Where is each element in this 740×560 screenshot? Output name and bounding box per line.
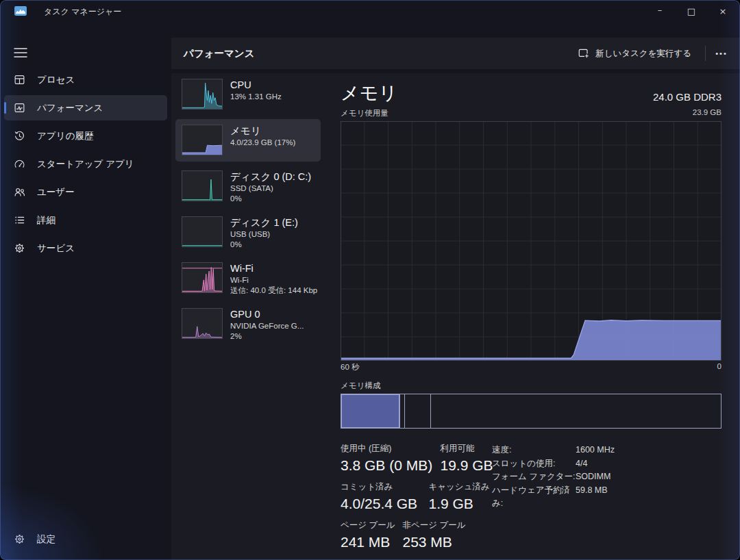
- sidebar-item-label: サービス: [37, 242, 75, 255]
- stat-committed: コミット済み 4.0/25.4 GB: [341, 481, 426, 513]
- sidebar-item-performance[interactable]: パフォーマンス: [4, 95, 167, 120]
- header-separator: [705, 46, 706, 61]
- sidebar-item-label: パフォーマンス: [37, 102, 103, 114]
- stat-available: 利用可能 19.9 GB: [440, 443, 493, 475]
- sidebar-item-label: 詳細: [37, 214, 56, 227]
- sidebar: プロセス パフォーマンス アプリの履歴 スタートアップ アプリ: [0, 22, 171, 560]
- titlebar[interactable]: タスク マネージャー – □ ×: [0, 0, 740, 22]
- task-manager-app-icon: [14, 6, 27, 16]
- disk1-mini-chart: [182, 216, 223, 247]
- hamburger-menu-icon[interactable]: [10, 42, 32, 63]
- chart-time-zero-label: 0: [717, 362, 722, 373]
- detail-label: 速度:: [492, 444, 576, 457]
- sidebar-item-processes[interactable]: プロセス: [4, 67, 167, 92]
- run-new-task-label: 新しいタスクを実行する: [595, 48, 691, 60]
- sidebar-settings: 設定: [4, 526, 167, 555]
- memory-stats: 使用中 (圧縮) 3.8 GB (0 MB) 利用可能 19.9 GB コミット…: [341, 443, 722, 552]
- perf-item-disk1[interactable]: ディスク 1 (E:) USB (USB) 0%: [175, 211, 321, 253]
- processes-icon: [14, 74, 25, 86]
- detail-value: SODIMM: [576, 470, 615, 484]
- sidebar-item-label: スタートアップ アプリ: [37, 158, 134, 170]
- sidebar-item-startup-apps[interactable]: スタートアップ アプリ: [4, 151, 167, 177]
- usage-chart-max: 23.9 GB: [693, 108, 722, 119]
- startup-gauge-icon: [14, 158, 25, 170]
- detail-label: スロットの使用:: [492, 457, 576, 471]
- memory-composition-bar: [341, 394, 722, 429]
- history-icon: [14, 130, 25, 142]
- maximize-button[interactable]: □: [676, 0, 707, 22]
- panel-header: パフォーマンス 新しいタスクを実行する •••: [171, 38, 740, 69]
- performance-icon: [14, 102, 25, 114]
- composition-segment: [405, 394, 431, 428]
- memory-usage-chart: [341, 121, 722, 361]
- services-gear-icon: [14, 242, 25, 254]
- composition-segment: [431, 394, 721, 428]
- perf-item-disk0[interactable]: ディスク 0 (D: C:) SSD (SATA) 0%: [175, 165, 321, 207]
- perf-item-gpu0[interactable]: GPU 0 NVIDIA GeForce G... 2%: [175, 303, 321, 345]
- details-list-icon: [14, 214, 25, 226]
- memory-title: メモリ: [341, 81, 397, 105]
- page-title: パフォーマンス: [184, 47, 255, 60]
- composition-segment-filled: [341, 394, 400, 428]
- settings-gear-icon: [14, 533, 25, 545]
- run-new-task-button[interactable]: 新しいタスクを実行する: [569, 42, 701, 64]
- detail-value: 1600 MHz: [576, 444, 615, 457]
- sidebar-item-services[interactable]: サービス: [4, 236, 167, 261]
- performance-list: CPU 13% 1.31 GHz メモリ 4.0/23.9 GB (17%) デ…: [175, 73, 321, 348]
- panel-body: CPU 13% 1.31 GHz メモリ 4.0/23.9 GB (17%) デ…: [171, 73, 740, 560]
- sidebar-item-label: 設定: [37, 533, 56, 546]
- close-button[interactable]: ×: [707, 0, 739, 22]
- window-controls: – □ ×: [644, 0, 739, 22]
- gpu-mini-chart: [182, 308, 223, 339]
- sidebar-item-app-history[interactable]: アプリの履歴: [4, 123, 167, 149]
- sidebar-item-label: アプリの履歴: [37, 130, 93, 142]
- memory-capacity: 24.0 GB DDR3: [653, 91, 722, 105]
- task-manager-window: タスク マネージャー – □ × プロセス: [0, 0, 740, 560]
- users-icon: [14, 186, 25, 198]
- detail-value: 59.8 MB: [576, 484, 615, 511]
- stat-cached: キャッシュ済み 1.9 GB: [428, 481, 489, 513]
- composition-segment: [400, 394, 405, 428]
- stat-paged-pool: ページ プール 241 MB: [341, 520, 399, 552]
- perf-item-wifi[interactable]: Wi-Fi Wi-Fi 送信: 40.0 受信: 144 Kbp: [175, 257, 321, 299]
- cpu-mini-chart: [182, 79, 223, 110]
- detail-label: フォーム ファクター:: [492, 470, 576, 484]
- perf-item-cpu[interactable]: CPU 13% 1.31 GHz: [175, 73, 321, 116]
- memory-hardware-details: 速度:1600 MHz スロットの使用:4/4 フォーム ファクター:SODIM…: [492, 444, 615, 511]
- stat-in-use: 使用中 (圧縮) 3.8 GB (0 MB): [341, 443, 437, 475]
- composition-label: メモリ構成: [341, 381, 722, 391]
- chart-time-span-label: 60 秒: [341, 362, 360, 373]
- sidebar-item-label: プロセス: [37, 74, 75, 86]
- header-actions: 新しいタスクを実行する •••: [569, 38, 733, 69]
- more-options-icon[interactable]: •••: [710, 43, 733, 64]
- detail-label: ハードウェア予約済み:: [492, 484, 576, 511]
- disk0-mini-chart: [182, 170, 223, 201]
- sidebar-item-users[interactable]: ユーザー: [4, 179, 167, 205]
- memory-mini-chart: [182, 125, 223, 155]
- stat-non-paged-pool: 非ページ プール 253 MB: [402, 520, 465, 552]
- new-task-icon: [578, 48, 589, 59]
- minimize-button[interactable]: –: [644, 0, 676, 22]
- sidebar-nav: プロセス パフォーマンス アプリの履歴 スタートアップ アプリ: [4, 67, 167, 264]
- memory-detail: メモリ 24.0 GB DDR3 メモリ使用量 23.9 GB 60 秒 0 メ…: [341, 73, 722, 558]
- sidebar-item-details[interactable]: 詳細: [4, 207, 167, 233]
- perf-item-memory[interactable]: メモリ 4.0/23.9 GB (17%): [175, 119, 321, 162]
- window-title: タスク マネージャー: [44, 6, 121, 18]
- usage-chart-label: メモリ使用量: [341, 108, 388, 119]
- detail-value: 4/4: [576, 457, 615, 471]
- sidebar-item-settings[interactable]: 設定: [4, 526, 167, 552]
- selected-accent-bar: [4, 102, 6, 114]
- wifi-mini-chart: [182, 262, 223, 293]
- sidebar-item-label: ユーザー: [37, 186, 75, 199]
